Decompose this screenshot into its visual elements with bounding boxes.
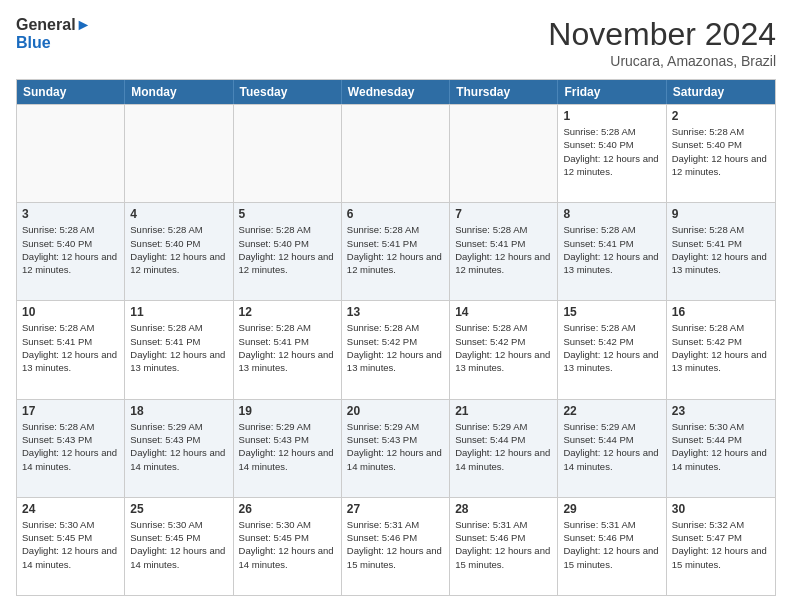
calendar-cell: 21 Sunrise: 5:29 AM Sunset: 5:44 PM Dayl… — [450, 400, 558, 497]
day-number: 30 — [672, 502, 770, 516]
calendar-week-2: 3 Sunrise: 5:28 AM Sunset: 5:40 PM Dayli… — [17, 202, 775, 300]
calendar-cell: 7 Sunrise: 5:28 AM Sunset: 5:41 PM Dayli… — [450, 203, 558, 300]
day-detail: Sunrise: 5:31 AM Sunset: 5:46 PM Dayligh… — [455, 518, 552, 571]
day-detail: Sunrise: 5:28 AM Sunset: 5:41 PM Dayligh… — [239, 321, 336, 374]
calendar-cell: 2 Sunrise: 5:28 AM Sunset: 5:40 PM Dayli… — [667, 105, 775, 202]
calendar-cell: 10 Sunrise: 5:28 AM Sunset: 5:41 PM Dayl… — [17, 301, 125, 398]
day-detail: Sunrise: 5:30 AM Sunset: 5:45 PM Dayligh… — [22, 518, 119, 571]
calendar-cell: 23 Sunrise: 5:30 AM Sunset: 5:44 PM Dayl… — [667, 400, 775, 497]
day-detail: Sunrise: 5:29 AM Sunset: 5:43 PM Dayligh… — [347, 420, 444, 473]
calendar-cell: 27 Sunrise: 5:31 AM Sunset: 5:46 PM Dayl… — [342, 498, 450, 595]
calendar-cell: 17 Sunrise: 5:28 AM Sunset: 5:43 PM Dayl… — [17, 400, 125, 497]
day-detail: Sunrise: 5:30 AM Sunset: 5:44 PM Dayligh… — [672, 420, 770, 473]
day-detail: Sunrise: 5:32 AM Sunset: 5:47 PM Dayligh… — [672, 518, 770, 571]
calendar: SundayMondayTuesdayWednesdayThursdayFrid… — [16, 79, 776, 596]
day-number: 2 — [672, 109, 770, 123]
calendar-week-4: 17 Sunrise: 5:28 AM Sunset: 5:43 PM Dayl… — [17, 399, 775, 497]
header: General► Blue November 2024 Urucara, Ama… — [16, 16, 776, 69]
day-number: 12 — [239, 305, 336, 319]
calendar-cell: 3 Sunrise: 5:28 AM Sunset: 5:40 PM Dayli… — [17, 203, 125, 300]
calendar-week-5: 24 Sunrise: 5:30 AM Sunset: 5:45 PM Dayl… — [17, 497, 775, 595]
weekday-header-monday: Monday — [125, 80, 233, 104]
title-block: November 2024 Urucara, Amazonas, Brazil — [548, 16, 776, 69]
day-number: 1 — [563, 109, 660, 123]
day-number: 10 — [22, 305, 119, 319]
calendar-cell: 28 Sunrise: 5:31 AM Sunset: 5:46 PM Dayl… — [450, 498, 558, 595]
day-detail: Sunrise: 5:29 AM Sunset: 5:44 PM Dayligh… — [563, 420, 660, 473]
day-detail: Sunrise: 5:28 AM Sunset: 5:41 PM Dayligh… — [563, 223, 660, 276]
day-number: 13 — [347, 305, 444, 319]
day-number: 29 — [563, 502, 660, 516]
day-number: 4 — [130, 207, 227, 221]
calendar-cell — [17, 105, 125, 202]
calendar-cell — [450, 105, 558, 202]
calendar-cell — [125, 105, 233, 202]
day-detail: Sunrise: 5:28 AM Sunset: 5:41 PM Dayligh… — [347, 223, 444, 276]
calendar-cell: 11 Sunrise: 5:28 AM Sunset: 5:41 PM Dayl… — [125, 301, 233, 398]
day-detail: Sunrise: 5:28 AM Sunset: 5:40 PM Dayligh… — [239, 223, 336, 276]
calendar-week-1: 1 Sunrise: 5:28 AM Sunset: 5:40 PM Dayli… — [17, 104, 775, 202]
calendar-cell: 5 Sunrise: 5:28 AM Sunset: 5:40 PM Dayli… — [234, 203, 342, 300]
weekday-header-wednesday: Wednesday — [342, 80, 450, 104]
day-number: 15 — [563, 305, 660, 319]
logo-blue-text: Blue — [16, 34, 91, 52]
day-number: 11 — [130, 305, 227, 319]
calendar-cell: 22 Sunrise: 5:29 AM Sunset: 5:44 PM Dayl… — [558, 400, 666, 497]
day-number: 28 — [455, 502, 552, 516]
calendar-cell: 12 Sunrise: 5:28 AM Sunset: 5:41 PM Dayl… — [234, 301, 342, 398]
day-number: 5 — [239, 207, 336, 221]
day-number: 26 — [239, 502, 336, 516]
location-subtitle: Urucara, Amazonas, Brazil — [548, 53, 776, 69]
day-number: 27 — [347, 502, 444, 516]
day-detail: Sunrise: 5:31 AM Sunset: 5:46 PM Dayligh… — [563, 518, 660, 571]
logo: General► Blue — [16, 16, 91, 51]
logo-general-text: General► — [16, 16, 91, 34]
day-detail: Sunrise: 5:31 AM Sunset: 5:46 PM Dayligh… — [347, 518, 444, 571]
day-number: 16 — [672, 305, 770, 319]
day-detail: Sunrise: 5:28 AM Sunset: 5:42 PM Dayligh… — [672, 321, 770, 374]
weekday-header-sunday: Sunday — [17, 80, 125, 104]
day-number: 25 — [130, 502, 227, 516]
weekday-header-saturday: Saturday — [667, 80, 775, 104]
calendar-cell: 30 Sunrise: 5:32 AM Sunset: 5:47 PM Dayl… — [667, 498, 775, 595]
day-detail: Sunrise: 5:30 AM Sunset: 5:45 PM Dayligh… — [239, 518, 336, 571]
day-detail: Sunrise: 5:28 AM Sunset: 5:40 PM Dayligh… — [130, 223, 227, 276]
day-detail: Sunrise: 5:28 AM Sunset: 5:40 PM Dayligh… — [672, 125, 770, 178]
weekday-header-thursday: Thursday — [450, 80, 558, 104]
calendar-cell: 1 Sunrise: 5:28 AM Sunset: 5:40 PM Dayli… — [558, 105, 666, 202]
calendar-header-row: SundayMondayTuesdayWednesdayThursdayFrid… — [17, 80, 775, 104]
day-number: 23 — [672, 404, 770, 418]
weekday-header-friday: Friday — [558, 80, 666, 104]
day-detail: Sunrise: 5:28 AM Sunset: 5:40 PM Dayligh… — [22, 223, 119, 276]
calendar-cell — [234, 105, 342, 202]
day-number: 20 — [347, 404, 444, 418]
calendar-cell: 25 Sunrise: 5:30 AM Sunset: 5:45 PM Dayl… — [125, 498, 233, 595]
day-number: 22 — [563, 404, 660, 418]
day-number: 18 — [130, 404, 227, 418]
day-detail: Sunrise: 5:29 AM Sunset: 5:43 PM Dayligh… — [130, 420, 227, 473]
day-detail: Sunrise: 5:28 AM Sunset: 5:42 PM Dayligh… — [455, 321, 552, 374]
day-number: 3 — [22, 207, 119, 221]
page: General► Blue November 2024 Urucara, Ama… — [0, 0, 792, 612]
day-number: 24 — [22, 502, 119, 516]
calendar-cell: 18 Sunrise: 5:29 AM Sunset: 5:43 PM Dayl… — [125, 400, 233, 497]
calendar-cell: 4 Sunrise: 5:28 AM Sunset: 5:40 PM Dayli… — [125, 203, 233, 300]
day-number: 14 — [455, 305, 552, 319]
calendar-cell: 15 Sunrise: 5:28 AM Sunset: 5:42 PM Dayl… — [558, 301, 666, 398]
day-detail: Sunrise: 5:28 AM Sunset: 5:41 PM Dayligh… — [455, 223, 552, 276]
calendar-cell: 26 Sunrise: 5:30 AM Sunset: 5:45 PM Dayl… — [234, 498, 342, 595]
day-number: 7 — [455, 207, 552, 221]
day-number: 9 — [672, 207, 770, 221]
day-detail: Sunrise: 5:28 AM Sunset: 5:42 PM Dayligh… — [563, 321, 660, 374]
day-detail: Sunrise: 5:28 AM Sunset: 5:43 PM Dayligh… — [22, 420, 119, 473]
day-detail: Sunrise: 5:28 AM Sunset: 5:42 PM Dayligh… — [347, 321, 444, 374]
day-detail: Sunrise: 5:28 AM Sunset: 5:41 PM Dayligh… — [130, 321, 227, 374]
calendar-cell: 24 Sunrise: 5:30 AM Sunset: 5:45 PM Dayl… — [17, 498, 125, 595]
calendar-cell: 20 Sunrise: 5:29 AM Sunset: 5:43 PM Dayl… — [342, 400, 450, 497]
day-detail: Sunrise: 5:28 AM Sunset: 5:41 PM Dayligh… — [672, 223, 770, 276]
day-detail: Sunrise: 5:28 AM Sunset: 5:41 PM Dayligh… — [22, 321, 119, 374]
day-number: 17 — [22, 404, 119, 418]
day-number: 19 — [239, 404, 336, 418]
calendar-cell: 29 Sunrise: 5:31 AM Sunset: 5:46 PM Dayl… — [558, 498, 666, 595]
calendar-cell: 19 Sunrise: 5:29 AM Sunset: 5:43 PM Dayl… — [234, 400, 342, 497]
